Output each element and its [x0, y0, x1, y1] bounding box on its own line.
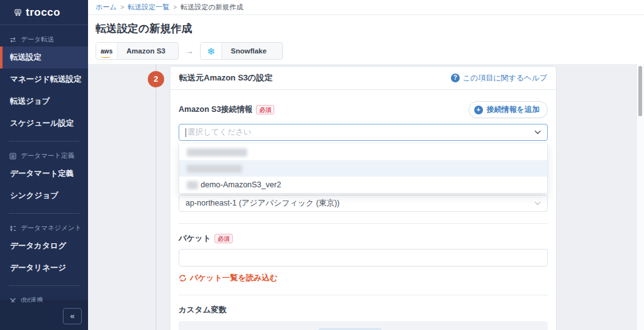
breadcrumb-separator: >	[121, 4, 125, 11]
sidebar-section-data-management: データマネジメント	[9, 224, 79, 233]
sidebar-item-transfer-jobs[interactable]: 転送ジョブ	[0, 91, 88, 113]
snowflake-icon: ❄	[201, 43, 222, 59]
form-content: 2 転送元Amazon S3の設定 ? この項目に関するヘルプ Amazon S…	[88, 64, 644, 330]
sidebar: trocco データ転送 転送設定 マネージド転送設定 転送ジョブ スケジュール…	[0, 0, 88, 330]
sidebar-section-datamart: データマート定義	[9, 151, 79, 160]
aws-icon: aws	[96, 43, 118, 59]
redacted-text	[187, 148, 247, 157]
sidebar-divider	[9, 141, 79, 141]
connection-field-row: Amazon S3接続情報 必須 + 接続情報を追加	[179, 101, 548, 118]
section-help-link[interactable]: ? この項目に関するヘルプ	[451, 73, 547, 84]
card-header: 転送元Amazon S3の設定 ? この項目に関するヘルプ	[170, 67, 556, 90]
breadcrumb-current: 転送設定の新規作成	[180, 3, 243, 12]
chevron-down-icon	[535, 130, 541, 135]
sidebar-footer: «	[0, 302, 88, 330]
connector-chips: aws Amazon S3 → ❄ Snowflake	[96, 42, 636, 60]
question-mark-icon: ?	[451, 74, 460, 82]
dropdown-option-redacted-1[interactable]	[179, 144, 547, 160]
region-select[interactable]: ap-northeast-1 (アジアパシフィック (東京))	[179, 195, 548, 212]
sidebar-collapse-button[interactable]: «	[63, 308, 82, 324]
connection-select-placeholder: 選択してください	[187, 127, 252, 138]
dropdown-option-redacted-2[interactable]	[179, 160, 547, 177]
page-title: 転送設定の新規作成	[96, 21, 636, 36]
connection-label: Amazon S3接続情報 必須	[179, 104, 274, 115]
source-connector-label: Amazon S3	[118, 43, 178, 59]
step-timeline	[155, 64, 157, 330]
scrollbar-thumb[interactable]	[638, 66, 642, 116]
text-caret	[186, 128, 186, 137]
breadcrumb-separator: >	[173, 4, 177, 11]
app-name: trocco	[26, 6, 60, 19]
destination-connector-label: Snowflake	[222, 43, 282, 59]
datamart-icon	[9, 152, 17, 160]
step-number-badge: 2	[148, 71, 164, 87]
divider	[179, 295, 548, 295]
sidebar-divider	[9, 285, 79, 286]
breadcrumb-home[interactable]: ホーム	[96, 3, 117, 12]
add-connection-button[interactable]: + 接続情報を追加	[469, 101, 548, 118]
required-badge: 必須	[256, 105, 274, 114]
plus-icon: +	[474, 106, 483, 114]
custom-variables-info-box: i $で囲んだ変数 (例：$variable$) を カスタム変数埋込可 の表記…	[179, 321, 548, 330]
dropdown-option-demo[interactable]: demo-AmazonS3_ver2	[179, 177, 547, 193]
sidebar-item-schedule-settings[interactable]: スケジュール設定	[0, 113, 88, 135]
sidebar-item-datamart-definition[interactable]: データマート定義	[0, 163, 88, 185]
card-body: Amazon S3接続情報 必須 + 接続情報を追加 選択してください	[170, 90, 556, 330]
sidebar-item-data-lineage[interactable]: データリネージ	[0, 257, 88, 279]
main-area: ホーム > 転送設定一覧 > 転送設定の新規作成 転送設定の新規作成 aws A…	[88, 0, 644, 330]
redacted-text	[187, 165, 242, 173]
arrow-right-icon: →	[185, 46, 194, 56]
connection-select[interactable]: 選択してください	[179, 124, 548, 141]
divider	[179, 223, 548, 224]
sidebar-item-transfer-settings[interactable]: 転送設定	[0, 47, 88, 69]
app-logo[interactable]: trocco	[0, 0, 88, 25]
breadcrumb-transfer-list[interactable]: 転送設定一覧	[128, 3, 169, 12]
sidebar-item-data-catalog[interactable]: データカタログ	[0, 235, 88, 257]
chevron-down-icon	[535, 201, 541, 206]
sidebar-item-sync-jobs[interactable]: シンクジョブ	[0, 185, 88, 207]
destination-connector-chip: ❄ Snowflake	[200, 42, 283, 60]
trocco-cart-icon	[14, 8, 22, 16]
refresh-icon	[179, 274, 187, 282]
bucket-input[interactable]	[179, 249, 548, 267]
source-connector-chip: aws Amazon S3	[96, 42, 179, 60]
sidebar-divider	[9, 213, 79, 214]
card-title: 転送元Amazon S3の設定	[179, 72, 272, 84]
custom-variables-label: カスタム変数	[179, 305, 548, 316]
connection-dropdown-menu: demo-AmazonS3_ver2	[179, 144, 548, 194]
sidebar-item-managed-transfer-settings[interactable]: マネージド転送設定	[0, 69, 88, 91]
data-management-icon	[9, 224, 17, 233]
page-header: 転送設定の新規作成 aws Amazon S3 → ❄ Snowflake	[88, 15, 644, 69]
sidebar-section-data-transfer: データ転送	[9, 35, 79, 44]
required-badge: 必須	[214, 234, 233, 243]
transfer-arrows-icon	[9, 36, 17, 44]
breadcrumb: ホーム > 転送設定一覧 > 転送設定の新規作成	[88, 0, 644, 15]
redacted-text	[187, 181, 198, 189]
load-bucket-list-link[interactable]: バケット一覧を読み込む	[179, 273, 548, 283]
bucket-label: バケット 必須	[179, 233, 548, 244]
source-settings-card: 転送元Amazon S3の設定 ? この項目に関するヘルプ Amazon S3接…	[170, 66, 557, 330]
